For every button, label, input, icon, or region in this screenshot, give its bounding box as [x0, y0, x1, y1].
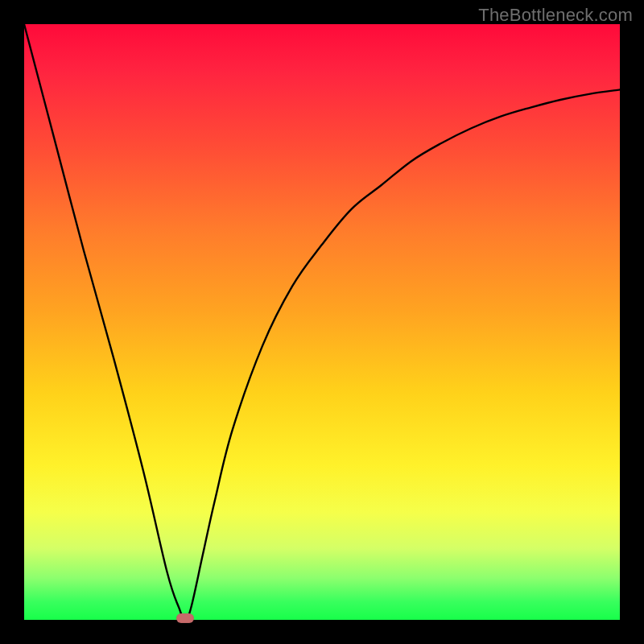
- chart-frame: TheBottleneck.com: [0, 0, 644, 644]
- watermark-text: TheBottleneck.com: [478, 5, 633, 26]
- bottleneck-curve: [24, 24, 620, 620]
- plot-area: [24, 24, 620, 620]
- minimum-marker: [176, 613, 194, 623]
